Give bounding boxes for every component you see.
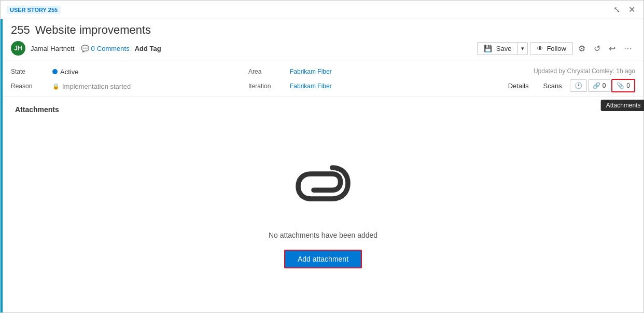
scans-tab[interactable]: Scans: [536, 79, 568, 92]
close-button[interactable]: ✕: [626, 4, 637, 16]
state-label: State: [11, 68, 52, 75]
user-story-badge: USER STORY 255: [7, 6, 61, 14]
action-bar-left: JH Jamal Hartnett 💬 0 Comments Add Tag: [11, 41, 164, 56]
more-button[interactable]: ⋯: [621, 42, 635, 56]
history-icon: 🕐: [575, 82, 582, 89]
eye-icon: 👁: [537, 45, 543, 52]
fields-right-col: Area Fabrikam Fiber Iteration Fabrikam F…: [240, 63, 478, 94]
no-attachments-text: No attachments have been added: [269, 231, 377, 239]
add-attachment-button[interactable]: Add attachment: [284, 250, 362, 268]
attachments-area: No attachments have been added Add attac…: [15, 122, 631, 304]
title-bar-right: ⤡ ✕: [611, 4, 637, 16]
follow-button[interactable]: 👁 Follow: [530, 42, 573, 55]
state-value: Active: [52, 68, 78, 76]
section-title: Attachments: [15, 105, 59, 114]
large-paperclip-icon: [292, 158, 354, 221]
comments-count: 0: [91, 45, 95, 52]
state-field: State Active: [11, 64, 232, 79]
attachments-tab[interactable]: 📎 0: [611, 79, 635, 92]
attachments-count: 0: [626, 82, 630, 89]
paperclip-icon: 📎: [617, 82, 624, 89]
reason-field: Reason 🔒 Implementation started: [11, 79, 232, 93]
history-tab[interactable]: 🕐: [570, 79, 587, 92]
attachments-tooltip: Attachments: [601, 100, 644, 111]
author-name: Jamal Hartnett: [31, 45, 75, 52]
lock-icon: 🔒: [52, 83, 60, 90]
state-dot: [52, 69, 58, 74]
details-tab[interactable]: Details: [501, 79, 536, 92]
iteration-label: Iteration: [248, 83, 290, 90]
iteration-link[interactable]: Fabrikam Fiber: [290, 83, 332, 90]
area-link[interactable]: Fabrikam Fiber: [290, 68, 332, 75]
links-tab[interactable]: 🔗 0: [588, 79, 611, 92]
link-icon: 🔗: [593, 82, 600, 89]
comment-icon: 💬: [81, 45, 89, 52]
tabs-bar: Details Scans 🕐 🔗 0 📎 0 Attach: [501, 77, 635, 92]
area-value: Fabrikam Fiber: [290, 68, 332, 75]
refresh-button[interactable]: ↺: [591, 42, 604, 56]
reason-value: 🔒 Implementation started: [52, 83, 131, 90]
settings-button[interactable]: ⚙: [575, 42, 589, 56]
iteration-value: Fabrikam Fiber: [290, 83, 332, 90]
comments-button[interactable]: 💬 0 Comments: [81, 45, 130, 52]
save-icon: 💾: [484, 45, 492, 52]
area-label: Area: [248, 68, 290, 75]
save-button[interactable]: 💾 Save: [478, 43, 517, 55]
save-button-group: 💾 Save ▾: [477, 42, 528, 55]
avatar: JH: [11, 41, 25, 56]
title-bar-left: USER STORY 255: [7, 6, 61, 14]
story-number: 255: [11, 23, 30, 37]
links-count: 0: [603, 82, 606, 89]
undo-button[interactable]: ↩: [606, 42, 619, 56]
minimize-button[interactable]: ⤡: [611, 4, 622, 16]
action-bar: JH Jamal Hartnett 💬 0 Comments Add Tag 💾…: [11, 41, 635, 59]
fields-area: State Active Reason 🔒 Implementation sta…: [3, 61, 643, 97]
right-panel: Updated by Chrystal Comley: 1h ago Detai…: [478, 63, 643, 94]
story-title: Website improvements: [35, 23, 151, 37]
comments-label: Comments: [97, 45, 130, 52]
iteration-field: Iteration Fabrikam Fiber: [248, 79, 469, 93]
action-bar-right: 💾 Save ▾ 👁 Follow ⚙ ↺ ↩ ⋯: [477, 42, 635, 56]
attachments-tab-container: 📎 0 Attachments: [611, 79, 635, 92]
story-header: 255 Website improvements JH Jamal Hartne…: [3, 19, 643, 61]
save-dropdown-button[interactable]: ▾: [517, 43, 527, 54]
fields-left-col: State Active Reason 🔒 Implementation sta…: [3, 63, 240, 94]
main-content: Attachments No attachments have been add…: [3, 97, 643, 312]
reason-label: Reason: [11, 83, 52, 90]
area-field: Area Fabrikam Fiber: [248, 64, 469, 79]
add-tag-button[interactable]: Add Tag: [132, 44, 164, 53]
updated-text: Updated by Chrystal Comley: 1h ago: [534, 65, 635, 77]
